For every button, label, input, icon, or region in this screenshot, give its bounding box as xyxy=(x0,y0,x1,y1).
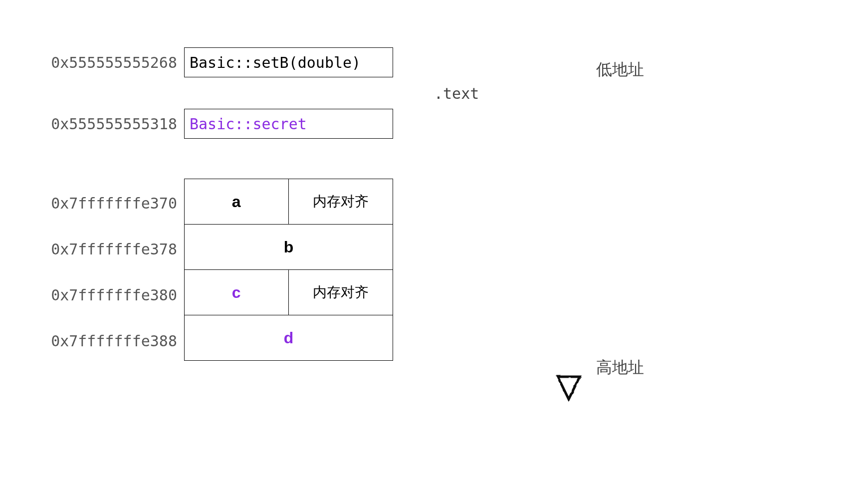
address-c: 0x7fffffffe380 xyxy=(47,286,177,304)
svg-marker-1 xyxy=(558,377,580,399)
box-setB: Basic::setB(double) xyxy=(184,47,393,77)
label-high-address: 高地址 xyxy=(596,357,644,379)
member-b: b xyxy=(284,238,294,256)
row-c: c 内存对齐 xyxy=(184,269,393,315)
address-d: 0x7fffffffe388 xyxy=(47,332,177,350)
function-secret: Basic::secret xyxy=(190,115,307,133)
function-setB: Basic::setB(double) xyxy=(190,54,361,71)
member-a: a xyxy=(185,179,289,224)
row-d: d xyxy=(184,315,393,361)
label-low-address: 低地址 xyxy=(596,59,644,81)
row-b: b xyxy=(184,224,393,270)
member-d: d xyxy=(284,329,294,347)
address-secret: 0x555555555318 xyxy=(47,115,177,133)
padding-c: 内存对齐 xyxy=(289,270,393,315)
box-secret: Basic::secret xyxy=(184,109,393,139)
address-b: 0x7fffffffe378 xyxy=(47,241,177,258)
row-a: a 内存对齐 xyxy=(184,179,393,225)
section-label: .text xyxy=(434,85,479,102)
address-setB: 0x555555555268 xyxy=(47,54,177,71)
memory-direction-arrow xyxy=(549,27,589,407)
address-a: 0x7fffffffe370 xyxy=(47,195,177,212)
padding-a: 内存对齐 xyxy=(289,179,393,224)
member-c: c xyxy=(185,270,289,315)
